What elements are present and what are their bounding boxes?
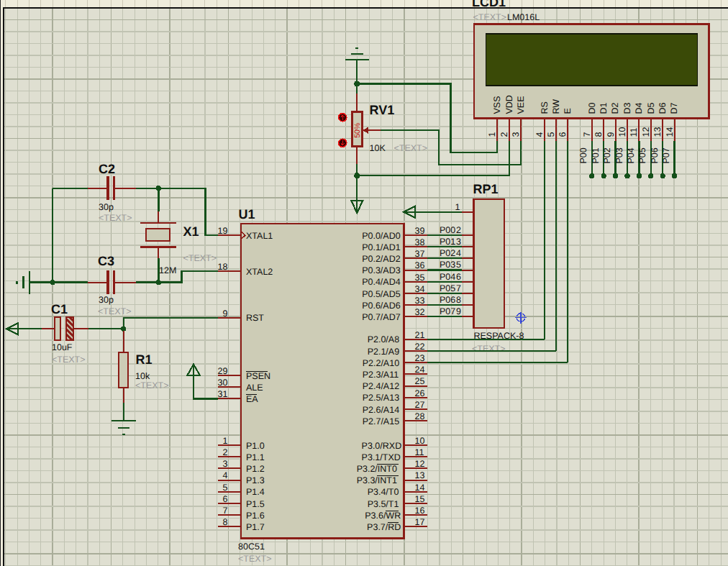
svg-text:10uF: 10uF — [52, 342, 73, 352]
svg-text:RV1: RV1 — [370, 103, 395, 117]
svg-text:D0: D0 — [587, 102, 597, 114]
svg-text:14: 14 — [665, 127, 675, 137]
svg-text:24: 24 — [415, 365, 425, 375]
svg-text:1: 1 — [223, 436, 228, 446]
svg-text:P02: P02 — [440, 248, 455, 258]
svg-text:P06: P06 — [440, 295, 455, 305]
svg-text:3: 3 — [511, 132, 521, 137]
svg-text:P00: P00 — [578, 147, 588, 163]
svg-text:<TEXT>: <TEXT> — [473, 12, 507, 22]
svg-text:P3.4/T0: P3.4/T0 — [368, 487, 399, 497]
svg-text:9: 9 — [456, 306, 461, 316]
svg-text:E: E — [563, 108, 573, 114]
svg-text:P2.5/A13: P2.5/A13 — [363, 393, 399, 403]
svg-text:VDD: VDD — [504, 95, 514, 114]
svg-text:P1.2: P1.2 — [246, 464, 265, 474]
svg-text:P1.3: P1.3 — [246, 475, 265, 485]
svg-text:7: 7 — [456, 283, 461, 293]
svg-text:U1: U1 — [239, 207, 255, 222]
svg-text:10k: 10k — [135, 371, 150, 381]
svg-text:RS: RS — [540, 101, 550, 114]
svg-text:P05: P05 — [440, 283, 455, 293]
svg-text:1: 1 — [487, 132, 497, 137]
svg-text:6: 6 — [558, 132, 568, 137]
svg-text:<TEXT>: <TEXT> — [98, 306, 132, 316]
svg-text:P1.6: P1.6 — [246, 511, 265, 521]
svg-text:37: 37 — [415, 249, 425, 259]
svg-text:P1.0: P1.0 — [246, 441, 265, 451]
svg-text:4: 4 — [456, 248, 461, 258]
svg-text:P05: P05 — [637, 147, 647, 163]
svg-text:12: 12 — [641, 127, 651, 137]
svg-text:25: 25 — [415, 376, 425, 386]
svg-text:27: 27 — [415, 400, 425, 410]
svg-text:P02: P02 — [602, 147, 612, 163]
svg-text:80C51: 80C51 — [238, 542, 265, 552]
svg-text:14: 14 — [415, 483, 425, 493]
svg-text:P3.3/INT1: P3.3/INT1 — [357, 475, 397, 485]
svg-text:3: 3 — [456, 237, 461, 247]
svg-text:17: 17 — [415, 517, 425, 527]
svg-text:<TEXT>: <TEXT> — [52, 355, 86, 365]
svg-text:4: 4 — [534, 132, 545, 137]
svg-text:10K: 10K — [370, 143, 386, 153]
svg-text:P2.3/A11: P2.3/A11 — [363, 370, 399, 380]
svg-text:R1: R1 — [136, 352, 153, 367]
svg-text:9: 9 — [606, 132, 616, 137]
svg-text:7: 7 — [223, 506, 228, 516]
svg-text:P3.0/RXD: P3.0/RXD — [362, 441, 402, 451]
svg-text:P0.0/AD0: P0.0/AD0 — [362, 231, 401, 241]
svg-text:P01: P01 — [440, 237, 455, 247]
svg-text:D5: D5 — [646, 102, 656, 114]
svg-text:6: 6 — [456, 272, 461, 282]
svg-text:RP1: RP1 — [473, 182, 499, 196]
svg-text:C2: C2 — [99, 162, 115, 176]
svg-text:<TEXT>: <TEXT> — [135, 380, 169, 391]
svg-text:P3.1/TXD: P3.1/TXD — [362, 452, 401, 462]
svg-text:P3.5/T1: P3.5/T1 — [368, 499, 399, 509]
svg-text:13: 13 — [652, 127, 663, 137]
svg-text:9: 9 — [223, 309, 228, 319]
svg-text:5: 5 — [223, 483, 228, 493]
svg-text:6: 6 — [223, 494, 228, 504]
svg-text:P3.6/WR: P3.6/WR — [365, 511, 401, 521]
svg-text:8: 8 — [456, 295, 461, 305]
svg-text:<TEXT>: <TEXT> — [183, 253, 217, 263]
svg-text:11: 11 — [629, 127, 639, 137]
svg-text:8: 8 — [223, 517, 228, 527]
svg-text:D1: D1 — [599, 102, 609, 114]
svg-text:P0.2/AD2: P0.2/AD2 — [362, 254, 401, 264]
svg-text:30p: 30p — [99, 202, 114, 212]
svg-text:12: 12 — [415, 459, 425, 469]
svg-text:<TEXT>: <TEXT> — [472, 344, 506, 354]
svg-text:11: 11 — [415, 447, 424, 457]
svg-text:34: 34 — [415, 284, 425, 294]
svg-text:P1.4: P1.4 — [246, 487, 265, 497]
svg-text:P1.7: P1.7 — [246, 522, 265, 532]
svg-text:5: 5 — [546, 132, 556, 137]
svg-text:P0.6/AD6: P0.6/AD6 — [362, 301, 401, 311]
svg-text:RW: RW — [551, 99, 561, 114]
svg-text:2: 2 — [456, 225, 461, 235]
svg-text:XTAL2: XTAL2 — [246, 267, 273, 277]
svg-text:P06: P06 — [650, 147, 660, 163]
svg-text:P2.7/A15: P2.7/A15 — [363, 416, 399, 426]
svg-text:38: 38 — [415, 237, 425, 247]
svg-text:D4: D4 — [634, 102, 644, 114]
svg-text:LM016L: LM016L — [507, 12, 540, 22]
svg-text:7: 7 — [582, 132, 592, 137]
svg-text:X1: X1 — [183, 224, 199, 239]
svg-text:VSS: VSS — [492, 96, 502, 114]
svg-text:P03: P03 — [614, 147, 624, 163]
svg-text:P0.5/AD5: P0.5/AD5 — [362, 289, 401, 299]
svg-text:35: 35 — [415, 273, 425, 283]
svg-text:21: 21 — [415, 330, 425, 340]
svg-text:26: 26 — [415, 388, 425, 398]
svg-text:50%: 50% — [353, 123, 362, 138]
svg-text:P07: P07 — [661, 147, 671, 163]
svg-text:C3: C3 — [98, 254, 114, 268]
svg-text:P0.7/AD7: P0.7/AD7 — [362, 312, 401, 322]
svg-text:P04: P04 — [440, 272, 455, 282]
svg-text:EA: EA — [246, 394, 258, 404]
svg-text:18: 18 — [218, 262, 228, 272]
